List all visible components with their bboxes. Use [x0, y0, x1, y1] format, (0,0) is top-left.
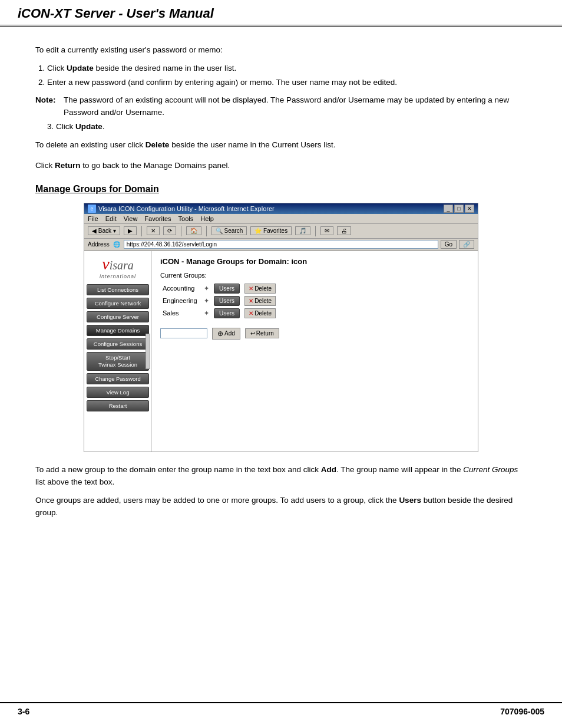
- section-heading: Manage Groups for Domain: [35, 184, 527, 195]
- titlebar-left: e Visara ICON Configuration Utility - Mi…: [88, 205, 275, 213]
- current-groups-label: Current Groups:: [160, 272, 470, 279]
- menu-help[interactable]: Help: [200, 215, 214, 222]
- sidebar-list-connections[interactable]: List Connections: [87, 284, 149, 295]
- media-button[interactable]: 🎵: [295, 226, 310, 235]
- print-button[interactable]: 🖨: [337, 226, 351, 235]
- toolbar-separator-2: [181, 226, 181, 236]
- step3-bold: Update: [75, 122, 103, 131]
- refresh-button[interactable]: ⟳: [163, 226, 176, 235]
- links-button[interactable]: 🔗: [459, 240, 474, 249]
- return-para: Click Return to go back to the Manage Do…: [35, 160, 527, 172]
- return-button[interactable]: ↩ Return: [245, 328, 279, 338]
- menu-edit[interactable]: Edit: [105, 215, 117, 222]
- add-group-para: To add a new group to the domain enter t…: [35, 464, 527, 489]
- search-button[interactable]: 🔍 Search: [211, 226, 247, 235]
- logo-intl: international: [100, 274, 136, 279]
- delete-button-accounting[interactable]: ✕ Delete: [244, 284, 276, 294]
- group-icon-engineering: ✦: [201, 295, 211, 307]
- address-label: Address: [88, 241, 110, 248]
- delete-cell-sales: ✕ Delete: [242, 307, 278, 319]
- back-button[interactable]: ◀ Back ▾: [88, 226, 120, 235]
- mail-button[interactable]: ✉: [320, 226, 333, 235]
- menu-favorites[interactable]: Favorites: [144, 215, 171, 222]
- new-group-input[interactable]: [160, 328, 207, 338]
- sidebar-restart[interactable]: Restart: [87, 400, 149, 411]
- users-para: Once groups are added, users may be adde…: [35, 495, 527, 519]
- note-text: The password of an existing account will…: [64, 94, 527, 118]
- browser-toolbar: ◀ Back ▾ ▶ ✕ ⟳ 🏠 🔍 Search ⭐ Favorites 🎵 …: [84, 224, 478, 239]
- browser-menubar: File Edit View Favorites Tools Help: [84, 214, 478, 224]
- browser-titlebar: e Visara ICON Configuration Utility - Mi…: [84, 203, 478, 214]
- delete-button-sales[interactable]: ✕ Delete: [244, 308, 276, 318]
- users-cell-accounting: Users: [211, 282, 242, 295]
- delete-cell-accounting: ✕ Delete: [242, 282, 278, 295]
- note-label: Note:: [35, 94, 58, 118]
- go-button[interactable]: Go: [441, 240, 457, 249]
- menu-view[interactable]: View: [124, 215, 138, 222]
- close-button[interactable]: ✕: [465, 205, 474, 213]
- browser-window: e Visara ICON Configuration Utility - Mi…: [84, 203, 478, 452]
- users-button-sales[interactable]: Users: [214, 308, 240, 318]
- forward-button[interactable]: ▶: [124, 226, 137, 235]
- page-footer: 3-6 707096-005: [0, 702, 562, 716]
- step-2: Enter a new password (and confirm by ent…: [47, 76, 527, 89]
- step1-bold: Update: [67, 64, 94, 73]
- delete-button-engineering[interactable]: ✕ Delete: [244, 296, 276, 306]
- address-icon: 🌐: [112, 240, 121, 249]
- menu-file[interactable]: File: [88, 215, 98, 222]
- group-row-sales: Sales ✦ Users ✕ Delete: [160, 307, 278, 319]
- main-area-title: iCON - Manage Groups for Domain: icon: [160, 257, 470, 266]
- steps-list: Click Update beside the desired name in …: [35, 62, 527, 88]
- titlebar-buttons[interactable]: _ □ ✕: [444, 205, 474, 213]
- address-input[interactable]: [124, 240, 438, 249]
- add-button[interactable]: ⊕ Add: [212, 328, 240, 340]
- logo-v: v: [102, 255, 109, 273]
- footer-right: 707096-005: [500, 707, 544, 716]
- delete-para: To delete an existing user click Delete …: [35, 139, 527, 151]
- sidebar-scrollbar[interactable]: [146, 334, 150, 369]
- group-icon-accounting: ✦: [201, 282, 211, 295]
- main-content: To edit a currently existing user's pass…: [0, 27, 562, 572]
- browser-addressbar: Address 🌐 Go 🔗: [84, 239, 478, 251]
- add-bold: Add: [321, 465, 336, 474]
- footer-left: 3-6: [18, 707, 29, 716]
- return-bold: Return: [55, 161, 81, 170]
- toolbar-separator: [141, 226, 142, 236]
- favorites-button[interactable]: ⭐ Favorites: [250, 226, 292, 235]
- step-1: Click Update beside the desired name in …: [47, 62, 527, 75]
- toolbar-separator-3: [206, 226, 207, 236]
- group-row-engineering: Engineering ✦ Users ✕ Delete: [160, 295, 278, 307]
- sidebar-configure-sessions[interactable]: Configure Sessions: [87, 338, 149, 350]
- current-groups-italic: Current Groups: [463, 465, 518, 474]
- minimize-button[interactable]: _: [444, 205, 453, 213]
- sidebar-logo: visara international: [100, 255, 136, 279]
- group-name-engineering: Engineering: [160, 295, 201, 307]
- add-group-row: ⊕ Add ↩ Return: [160, 328, 470, 340]
- add-icon: ⊕: [217, 330, 223, 338]
- delete-icon-accounting: ✕: [249, 285, 253, 292]
- note-block: Note: The password of an existing accoun…: [35, 94, 527, 118]
- sidebar-view-log[interactable]: View Log: [87, 387, 149, 398]
- sidebar-manage-domains[interactable]: Manage Domains: [87, 325, 149, 336]
- sidebar-configure-network[interactable]: Configure Network: [87, 298, 149, 309]
- page-header: iCON-XT Server - User's Manual: [0, 0, 562, 27]
- step-3: 3. Click Update.: [47, 122, 527, 131]
- sidebar-configure-server[interactable]: Configure Server: [87, 311, 149, 322]
- stop-button[interactable]: ✕: [147, 226, 160, 235]
- users-bold: Users: [399, 496, 421, 505]
- titlebar-text: Visara ICON Configuration Utility - Micr…: [98, 205, 275, 212]
- toolbar-separator-4: [315, 226, 316, 236]
- groups-table: Accounting ✦ Users ✕ Delete Engineering: [160, 282, 278, 319]
- group-name-sales: Sales: [160, 307, 201, 319]
- sidebar-change-password[interactable]: Change Password: [87, 373, 149, 384]
- users-button-engineering[interactable]: Users: [214, 296, 240, 306]
- sidebar-stop-start[interactable]: Stop/StartTwinax Session: [87, 352, 149, 371]
- users-button-accounting[interactable]: Users: [214, 284, 240, 294]
- menu-tools[interactable]: Tools: [178, 215, 194, 222]
- browser-sidebar: visara international List Connections Co…: [84, 251, 152, 452]
- browser-body: visara international List Connections Co…: [84, 251, 478, 452]
- browser-main-area: iCON - Manage Groups for Domain: icon Cu…: [152, 251, 478, 452]
- restore-button[interactable]: □: [454, 205, 464, 213]
- home-button[interactable]: 🏠: [186, 226, 201, 235]
- return-icon: ↩: [250, 330, 255, 337]
